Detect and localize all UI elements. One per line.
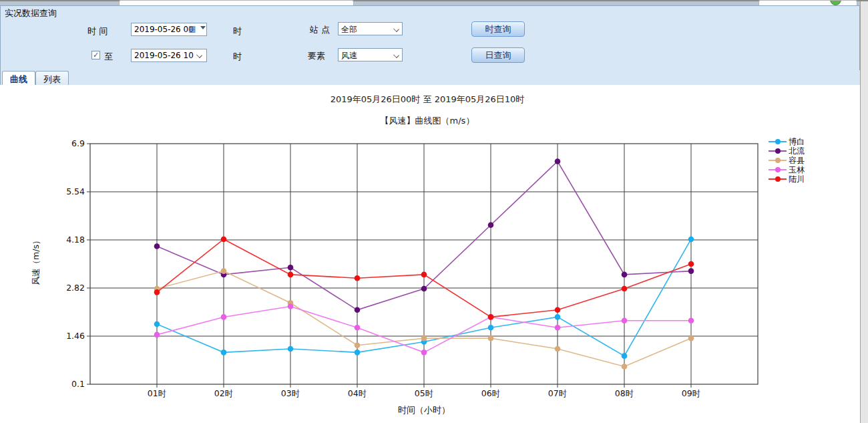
legend-label: 容县 [789,156,805,165]
chart-title: 2019年05月26日00时 至 2019年05月26日10时 [0,94,855,106]
legend-item[interactable]: 博白 [769,137,805,146]
data-point [555,346,561,352]
data-point [488,325,494,331]
legend-label: 陆川 [789,175,805,184]
data-point [221,268,227,274]
browser-tab-fragment [119,0,354,5]
y-axis-title: 风速（m/s） [31,237,41,285]
x-tick-label: 02时 [214,388,233,398]
element-select-value: 风速 [341,51,357,60]
legend-line-icon [769,169,787,170]
x-tick-label: 07时 [548,388,567,398]
data-point [555,307,561,313]
data-point [688,335,694,341]
legend-line-icon [769,150,787,152]
data-point [154,332,160,338]
data-point [421,272,427,278]
legend-line-icon [769,178,787,180]
data-point [421,349,427,356]
legend-dot-icon [775,176,781,182]
legend-label: 博白 [789,138,805,146]
data-point [622,286,628,292]
legend-label: 北流 [789,147,805,156]
datepicker-button[interactable]: ▦ [188,24,206,34]
caret-down-icon [200,26,206,29]
element-select[interactable]: 风速 [338,48,403,61]
x-tick-label: 01时 [148,388,166,398]
wind-speed-line-chart: 0.11.462.824.185.546.901时02时03时04时05时06时… [0,130,775,423]
data-point [355,342,361,348]
legend-label: 玉林 [789,166,805,174]
legend-item[interactable]: 玉林 [769,165,805,174]
check-icon: ✓ [93,51,99,59]
legend-item[interactable]: 容县 [769,156,805,165]
x-tick-label: 04时 [348,388,367,398]
data-point [488,314,494,320]
station-select-value: 全部 [341,25,357,34]
data-point [355,349,361,356]
data-point [355,307,361,313]
tab-list[interactable]: 列表 [35,71,69,85]
query-panel: 实况数据查询 时 间 ▦ 时 站 点 全部 时查询 ✓ 至 时 要素 风速 日查… [0,5,860,70]
y-tick-label: 6.9 [71,138,85,148]
data-point [688,237,694,243]
data-point [622,364,628,370]
data-point [288,272,294,278]
x-tick-label: 05时 [415,388,433,398]
y-tick-label: 0.1 [71,379,85,389]
chart-subtitle: 【风速】曲线图（m/s） [0,115,855,127]
legend-dot-icon [775,148,781,154]
data-point [221,349,227,356]
y-tick-label: 4.18 [66,235,85,245]
browser-tab-fragment [758,0,857,5]
data-point [555,314,561,320]
legend-line-icon [769,160,787,161]
legend-item[interactable]: 陆川 [769,174,805,184]
to-label: 至 [104,51,113,63]
legend-line-icon [769,141,787,142]
data-point [221,314,227,320]
data-point [221,237,227,243]
data-point [288,346,294,352]
station-label: 站 点 [310,24,330,36]
data-point [555,325,561,331]
to-checkbox[interactable]: ✓ [91,51,100,59]
x-tick-label: 09时 [682,388,700,398]
tab-bar: 曲线 列表 [0,70,860,85]
data-point [421,286,427,292]
hour-suffix-label: 时 [233,51,242,63]
hour-query-button[interactable]: 时查询 [471,21,525,37]
time-label: 时 间 [87,25,107,37]
legend-item[interactable]: 北流 [769,146,805,156]
chevron-down-icon [393,52,399,58]
data-point [488,335,494,341]
calendar-icon: ▦ [188,24,196,33]
legend-dot-icon [775,139,781,144]
end-time-input[interactable] [131,49,207,62]
data-point [355,275,361,281]
data-point [154,289,160,295]
day-query-button[interactable]: 日查询 [471,47,525,63]
window-top-edge [0,0,868,5]
x-tick-label: 03时 [281,388,300,398]
y-tick-label: 2.82 [66,283,85,293]
data-point [688,317,694,323]
data-point [488,222,494,228]
tab-curve[interactable]: 曲线 [2,71,35,85]
y-tick-label: 5.54 [66,186,85,196]
x-tick-label: 08时 [615,388,634,398]
status-dot-icon [830,0,841,5]
chevron-down-icon [393,26,399,32]
x-axis-title: 时间（小时） [398,405,450,415]
legend-dot-icon [775,158,781,163]
data-point [688,261,694,267]
data-point [288,265,294,271]
window-right-edge [860,1,868,423]
chart-panel: 2019年05月26日00时 至 2019年05月26日10时 【风速】曲线图（… [0,85,860,423]
data-point [154,243,160,249]
element-label: 要素 [308,50,325,62]
data-point [688,268,694,274]
chart-legend: 博白北流容县玉林陆川 [769,137,805,184]
station-select[interactable]: 全部 [338,22,403,35]
data-point [622,317,628,323]
